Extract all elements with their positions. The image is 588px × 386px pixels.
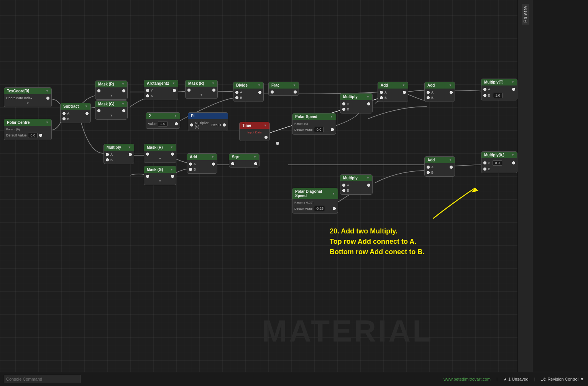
polar-centre-node[interactable]: Polar Centre ▼ Param (0) Default Value 0…	[4, 119, 52, 140]
pi-multiplier-pin[interactable]	[190, 123, 193, 126]
mask-r2-node[interactable]: Mask (R) ▼ ▼	[185, 80, 218, 99]
sqrt-out-pin[interactable]	[254, 162, 257, 165]
add1-node[interactable]: Add ▼ A B	[378, 82, 408, 102]
mult-out1-a-pin[interactable]	[483, 88, 486, 91]
multiply-out2-node[interactable]: Multiply(0,) ▼ A 0.0 B	[481, 151, 517, 173]
polar-speed-value[interactable]: 0.0	[314, 127, 324, 132]
mult-bot1-b-pin[interactable]	[106, 158, 109, 161]
add-final1-node[interactable]: Add ▼ A B	[424, 82, 455, 102]
mult-bot1-out-pin[interactable]	[129, 153, 132, 156]
pi-node[interactable]: Pi Multiplier (S) Result	[188, 112, 228, 131]
mask-r3-out-pin[interactable]	[171, 153, 174, 156]
multiply-top-header: Multiply ▼	[340, 94, 372, 100]
add2-b-pin[interactable]	[189, 168, 192, 171]
frac-in-pin[interactable]	[271, 90, 274, 94]
mult-out2-a-value[interactable]: 0.0	[493, 160, 502, 166]
multiply-bot-mid-node[interactable]: Multiply ▼ A B	[340, 174, 373, 195]
two-out-pin[interactable]	[175, 122, 178, 125]
pi-header: Pi	[188, 113, 228, 119]
divide-node[interactable]: Divide ▼ A B	[233, 82, 264, 102]
mult-out1-b-pin[interactable]	[483, 94, 486, 97]
mask-r3-in-pin[interactable]	[146, 153, 149, 156]
divide-b-pin[interactable]	[235, 96, 238, 99]
subtract-node[interactable]: Subtract ▼ A B	[60, 103, 91, 123]
atan2-x-pin[interactable]	[146, 94, 149, 97]
mask-r2-in-pin[interactable]	[187, 89, 191, 92]
mult-top-a-pin[interactable]	[342, 102, 345, 105]
polar-speed-node[interactable]: Polar Speed ▼ Param (0) Default Value 0.…	[292, 113, 336, 135]
add-final2-a-pin[interactable]	[427, 166, 430, 169]
add1-a-pin[interactable]	[380, 91, 383, 94]
mult-out2-a-pin[interactable]	[483, 161, 486, 164]
mask-g2-out-pin[interactable]	[171, 175, 174, 178]
mask-g2-node[interactable]: Mask (G) ▼ ▼	[144, 166, 176, 185]
revision-control-label[interactable]: ⎇ Revision Control ▼	[541, 377, 584, 382]
add-final1-b-pin[interactable]	[427, 96, 430, 99]
mult-out2-result-pin[interactable]	[512, 161, 515, 164]
add1-b-pin[interactable]	[380, 96, 383, 99]
subtract-out-pin[interactable]	[85, 112, 89, 115]
mask-r1-node[interactable]: Mask (R) ▼ ▼	[95, 80, 128, 100]
mask-r2-out-pin[interactable]	[212, 89, 215, 92]
polar-centre-pin[interactable]	[39, 134, 42, 137]
mask-r3-node[interactable]: Mask (R) ▼ ▼	[144, 144, 176, 163]
mult-out2-b-pin[interactable]	[483, 168, 486, 171]
multiply-out2-header: Multiply(0,) ▼	[481, 152, 517, 158]
add2-out-pin[interactable]	[212, 163, 215, 166]
add-final2-node[interactable]: Add ▼ A B	[424, 156, 455, 177]
mult-out1-b-value[interactable]: 1.0	[493, 93, 503, 98]
polar-centre-value[interactable]: 0.0	[28, 133, 38, 138]
palette-tab[interactable]: Palette	[522, 4, 529, 25]
multiply-top-node[interactable]: Multiply ▼ A B	[340, 93, 373, 113]
sqrt-in-pin[interactable]	[231, 162, 234, 165]
two-value[interactable]: 2.0	[158, 121, 168, 126]
mask-g1-out-pin[interactable]	[122, 109, 125, 112]
console-input[interactable]	[4, 375, 80, 383]
add2-node[interactable]: Add ▼ A B	[187, 153, 217, 174]
mask-g2-in-pin[interactable]	[146, 175, 149, 178]
mult-bot1-a-pin[interactable]	[106, 153, 109, 156]
polar-diag-value[interactable]: -0.25	[314, 206, 325, 211]
status-bar: www.petedimitrovart.com | ★ 1 Unsaved | …	[0, 372, 588, 386]
mult-out1-result-pin[interactable]	[512, 88, 515, 91]
mask-r1-out-pin[interactable]	[122, 89, 125, 92]
multiply-out1-node[interactable]: Multiply(T) ▼ A B 1.0	[481, 79, 517, 100]
atan2-y-pin[interactable]	[146, 89, 149, 92]
mask-r1-in-pin[interactable]	[97, 89, 100, 92]
frac-node[interactable]: Frac ▼	[268, 82, 299, 96]
time-out-pin[interactable]	[264, 136, 268, 139]
mult-top-out-pin[interactable]	[367, 102, 370, 105]
atan2-out-pin[interactable]	[173, 89, 176, 92]
mask-g2-header: Mask (G) ▼	[144, 166, 176, 173]
mult-top-b-pin[interactable]	[342, 108, 345, 111]
polar-diag-pin[interactable]	[333, 207, 336, 210]
subtract-a-pin[interactable]	[62, 112, 66, 115]
mult-bot-mid-a-pin[interactable]	[342, 184, 345, 187]
two-node[interactable]: 2 ▼ Value 2.0	[146, 112, 180, 129]
frac-out-pin[interactable]	[294, 90, 297, 94]
time-node[interactable]: Time ▼ Input Data	[239, 122, 270, 141]
polar-diagonal-speed-node[interactable]: Polar Diagonal Speed ▼ Param (-0.25) Def…	[292, 188, 338, 214]
sqrt-node[interactable]: Sqrt ▼	[229, 153, 260, 168]
add1-out-pin[interactable]	[403, 91, 406, 94]
mask-g1-in-pin[interactable]	[97, 109, 100, 112]
texcoord-out-pin[interactable]	[46, 97, 49, 100]
add-final1-out-pin[interactable]	[450, 91, 453, 94]
polar-speed-pin[interactable]	[331, 128, 334, 131]
mult-bot-mid-out-pin[interactable]	[367, 184, 370, 187]
arctangent2-node[interactable]: Arctangent2 ▼ Y X	[144, 80, 178, 100]
mult-bot-mid-b-pin[interactable]	[342, 189, 345, 192]
node-canvas[interactable]: TexCoord[0] ▼ Coordinate Index ▼ Polar C…	[0, 0, 517, 372]
add2-a-pin[interactable]	[189, 163, 192, 166]
divide-out-pin[interactable]	[258, 91, 261, 94]
material-watermark: MATERIAL	[262, 314, 433, 349]
divide-a-pin[interactable]	[235, 91, 238, 94]
add-final2-b-pin[interactable]	[427, 171, 430, 174]
multiply-bot1-node[interactable]: Multiply ▼ A B	[103, 144, 134, 164]
add-final1-a-pin[interactable]	[427, 91, 430, 94]
texcoord-node[interactable]: TexCoord[0] ▼ Coordinate Index ▼	[4, 87, 52, 107]
pi-result-pin[interactable]	[223, 123, 226, 126]
add-final2-out-pin[interactable]	[450, 166, 453, 169]
subtract-b-pin[interactable]	[62, 117, 66, 120]
mask-g1-node[interactable]: Mask (G) ▼ ▼	[95, 100, 128, 120]
